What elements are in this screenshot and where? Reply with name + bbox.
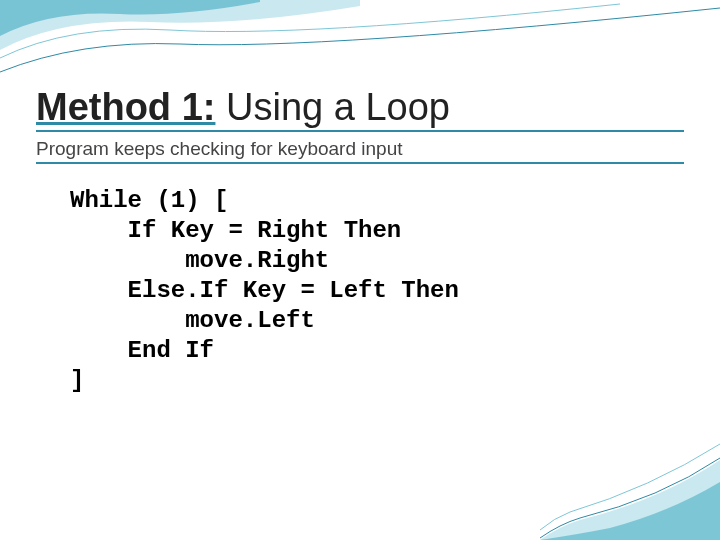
code-line: While (1) [ [70, 187, 228, 214]
corner-wave-bottom-right [540, 430, 720, 540]
code-line: If Key = Right Then [70, 217, 401, 244]
code-line: Else.If Key = Left Then [70, 277, 459, 304]
code-line: ] [70, 367, 84, 394]
slide-title: Method 1: Using a Loop [36, 88, 684, 128]
title-block: Method 1: Using a Loop Program keeps che… [36, 88, 684, 164]
corner-wave-top-left [0, 0, 720, 100]
slide-subtitle: Program keeps checking for keyboard inpu… [36, 138, 684, 164]
code-line: move.Right [70, 247, 329, 274]
slide: Method 1: Using a Loop Program keeps che… [0, 0, 720, 540]
title-rest: Using a Loop [215, 86, 450, 128]
title-underline [36, 130, 684, 132]
code-block: While (1) [ If Key = Right Then move.Rig… [70, 186, 459, 396]
code-line: move.Left [70, 307, 315, 334]
code-line: End If [70, 337, 214, 364]
title-bold: Method 1: [36, 86, 215, 128]
